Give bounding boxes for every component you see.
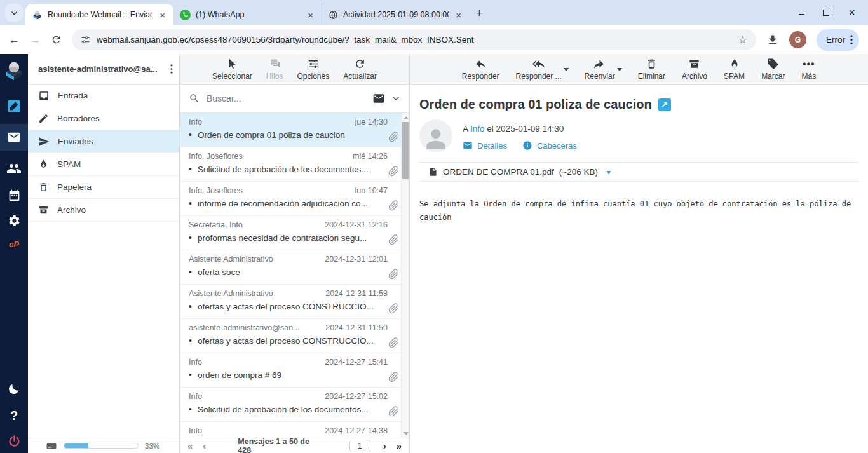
options-button[interactable]: Opciones bbox=[297, 58, 329, 81]
close-tab-icon[interactable]: × bbox=[158, 10, 167, 20]
recipient-link[interactable]: Info bbox=[470, 124, 485, 133]
message-row[interactable]: Asistente Administrativo2024-12-31 12:01… bbox=[180, 250, 409, 285]
list-scrollbar[interactable] bbox=[401, 113, 409, 438]
message-row[interactable]: Info2024-12-27 15:02 •Solicitud de aprob… bbox=[180, 388, 409, 422]
compose-button[interactable] bbox=[0, 98, 28, 114]
paperclip-icon bbox=[388, 303, 399, 314]
message-row[interactable]: Info2024-12-27 14:38 bbox=[180, 422, 409, 438]
reply-button[interactable]: Responder bbox=[462, 58, 499, 81]
attachment-name[interactable]: ORDEN DE COMPRA 01.pdf bbox=[443, 167, 554, 177]
forward-dropdown-icon[interactable] bbox=[617, 68, 622, 71]
reply-all-button[interactable]: Responder ... bbox=[516, 58, 562, 81]
threads-button[interactable]: Hilos bbox=[266, 58, 283, 81]
account-header[interactable]: asistente-administrativo@sa... bbox=[28, 54, 179, 85]
new-tab-button[interactable]: + bbox=[476, 6, 483, 20]
message-row[interactable]: Infojue 14:30 •Orden de compra 01 poliza… bbox=[180, 113, 409, 147]
folder-borradores[interactable]: Borradores bbox=[28, 107, 179, 130]
logout-button[interactable] bbox=[0, 435, 28, 448]
archive-button[interactable]: Archivo bbox=[682, 58, 707, 81]
envelope-icon bbox=[463, 140, 473, 151]
minimize-icon[interactable]: – bbox=[799, 8, 804, 18]
select-button[interactable]: Seleccionar bbox=[212, 58, 252, 81]
open-in-new-window-icon[interactable]: ↗ bbox=[658, 98, 671, 111]
inbox-icon bbox=[38, 90, 50, 102]
attachment-size: (~206 KB) bbox=[559, 167, 598, 177]
search-scope-mail-icon[interactable] bbox=[372, 92, 385, 105]
message-row[interactable]: Secretaria, Info2024-12-31 12:16 •profor… bbox=[180, 216, 409, 250]
browser-tab-actividad[interactable]: Actividad 2025-01-09 08:00:00 × bbox=[322, 4, 470, 25]
cpanel-logo[interactable]: cP bbox=[0, 240, 28, 249]
message-row[interactable]: Asistente Administrativo2024-12-31 11:58… bbox=[180, 285, 409, 319]
page-number-input[interactable]: 1 bbox=[349, 440, 370, 452]
folder-archivo[interactable]: Archivo bbox=[28, 199, 179, 222]
downloads-icon[interactable] bbox=[766, 34, 779, 46]
folder-papelera[interactable]: Papelera bbox=[28, 176, 179, 199]
message-date: 2025-01-09 14:30 bbox=[496, 124, 564, 133]
scroll-down-icon[interactable] bbox=[403, 432, 409, 435]
contacts-nav-button[interactable] bbox=[0, 161, 28, 176]
attachment-dropdown-icon[interactable]: ▾ bbox=[607, 168, 611, 177]
close-tab-icon[interactable]: × bbox=[306, 10, 315, 20]
paperclip-icon bbox=[388, 372, 399, 382]
more-button[interactable]: ••• Más bbox=[801, 58, 816, 81]
tab-title: (1) WhatsApp bbox=[196, 10, 301, 19]
forward-icon[interactable]: → bbox=[30, 34, 41, 46]
calendar-nav-button[interactable] bbox=[0, 189, 28, 202]
search-input[interactable] bbox=[207, 93, 366, 104]
restore-icon[interactable] bbox=[823, 10, 829, 16]
next-page-button[interactable]: › bbox=[383, 440, 386, 451]
close-tab-icon[interactable]: × bbox=[454, 10, 463, 20]
unread-dot: • bbox=[189, 130, 192, 140]
window-controls: – × bbox=[799, 0, 868, 25]
address-bar[interactable]: webmail.sanjuan.gob.ec/cpsess4870690156/… bbox=[72, 29, 756, 50]
folder-spam[interactable]: SPAM bbox=[28, 153, 179, 176]
message-row[interactable]: Info, Josefloresmié 14:26 •Solicitud de … bbox=[180, 147, 409, 182]
message-row[interactable]: asistente-administrativo@san...2024-12-3… bbox=[180, 319, 409, 353]
list-toolbar: Seleccionar Hilos Opciones bbox=[180, 54, 409, 85]
folder-enviados[interactable]: Enviados bbox=[28, 130, 179, 153]
scroll-up-icon[interactable] bbox=[403, 116, 409, 119]
mark-button[interactable]: Marcar bbox=[761, 58, 785, 81]
browser-tab-roundcube[interactable]: Roundcube Webmail :: Enviados × bbox=[25, 4, 173, 25]
dark-mode-button[interactable] bbox=[0, 382, 28, 396]
bookmark-star-icon[interactable]: ☆ bbox=[738, 34, 747, 46]
help-button[interactable]: ? bbox=[0, 409, 28, 423]
profile-avatar[interactable]: G bbox=[789, 31, 806, 48]
trash-icon bbox=[646, 58, 658, 70]
roundcube-logo-icon bbox=[0, 59, 28, 82]
details-toggle[interactable]: Detalles bbox=[463, 140, 507, 151]
reload-icon[interactable] bbox=[51, 34, 62, 45]
attachment-row[interactable]: ORDEN DE COMPRA 01.pdf (~206 KB) ▾ bbox=[419, 162, 858, 182]
site-settings-icon[interactable] bbox=[81, 35, 90, 44]
last-page-button[interactable]: » bbox=[397, 440, 402, 451]
gear-icon bbox=[8, 214, 21, 227]
spam-button[interactable]: SPAM bbox=[724, 58, 745, 81]
delete-button[interactable]: Eliminar bbox=[638, 58, 665, 81]
reply-all-dropdown-icon[interactable] bbox=[564, 68, 569, 71]
browser-menu-button[interactable]: Error bbox=[817, 29, 859, 51]
browser-tab-whatsapp[interactable]: (1) WhatsApp × bbox=[173, 4, 322, 25]
close-window-icon[interactable]: × bbox=[848, 7, 855, 18]
message-subject: Orden de compra 01 poliza de caucion bbox=[419, 97, 652, 112]
refresh-button[interactable]: Actualizar bbox=[343, 58, 377, 81]
mail-nav-button[interactable] bbox=[0, 124, 28, 151]
settings-nav-button[interactable] bbox=[0, 214, 28, 227]
paperclip-icon bbox=[388, 406, 399, 417]
folder-entrada[interactable]: Entrada bbox=[28, 85, 179, 107]
prev-page-button[interactable]: ‹ bbox=[203, 440, 206, 451]
first-page-button[interactable]: « bbox=[187, 440, 193, 451]
message-content: Orden de compra 01 poliza de caucion ↗ A… bbox=[410, 85, 868, 224]
pointer-icon bbox=[226, 58, 238, 70]
forward-button[interactable]: Reenviar bbox=[585, 58, 615, 81]
message-row[interactable]: Info, Josefloreslun 10:47 •informe de re… bbox=[180, 182, 409, 216]
scrollbar-thumb[interactable] bbox=[402, 122, 409, 179]
tab-search-button[interactable] bbox=[5, 4, 23, 22]
trash-icon bbox=[38, 182, 49, 193]
headers-toggle[interactable]: Cabeceras bbox=[522, 140, 577, 151]
chevron-down-icon bbox=[10, 9, 18, 17]
message-row[interactable]: Info2024-12-27 15:41 •orden de compra # … bbox=[180, 353, 409, 388]
kebab-menu-icon[interactable] bbox=[170, 64, 173, 74]
refresh-icon bbox=[354, 58, 366, 70]
back-icon[interactable]: ← bbox=[9, 34, 20, 46]
search-options-chevron-icon[interactable] bbox=[391, 94, 400, 103]
